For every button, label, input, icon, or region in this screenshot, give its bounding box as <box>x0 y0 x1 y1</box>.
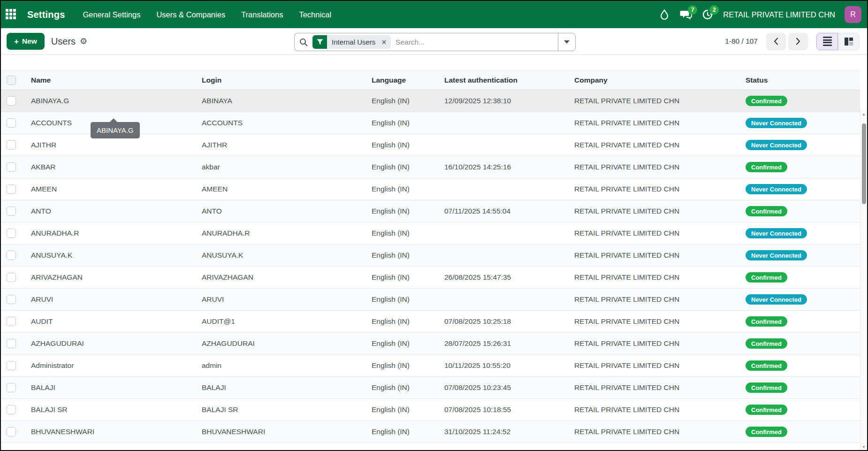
cell-company[interactable]: RETAIL PRIVATE LIMITED CHN <box>574 251 746 260</box>
table-row[interactable]: AZHAGUDURAI AZHAGUDURAI English (IN) 28/… <box>1 333 860 355</box>
cell-latest-authentication[interactable]: 12/09/2025 12:38:10 <box>444 97 574 105</box>
droplet-icon[interactable] <box>658 8 670 21</box>
cell-login[interactable]: AUDIT@1 <box>202 317 372 326</box>
menu-users-companies[interactable]: Users & Companies <box>156 10 225 19</box>
cell-latest-authentication[interactable]: 16/10/2025 14:25:16 <box>444 163 574 171</box>
row-checkbox[interactable] <box>7 317 16 326</box>
pager-previous-button[interactable] <box>766 33 786 50</box>
cell-language[interactable]: English (IN) <box>372 295 444 304</box>
cell-language[interactable]: English (IN) <box>372 317 444 326</box>
new-button[interactable]: + New <box>7 33 45 50</box>
cell-login[interactable]: akbar <box>202 163 372 171</box>
cell-company[interactable]: RETAIL PRIVATE LIMITED CHN <box>574 229 746 237</box>
select-all-checkbox[interactable] <box>7 76 16 85</box>
cell-name[interactable]: ANURADHA.R <box>31 229 202 237</box>
cell-language[interactable]: English (IN) <box>372 339 444 348</box>
vertical-scrollbar[interactable]: ▲ ▼ <box>860 109 867 451</box>
cell-language[interactable]: English (IN) <box>372 163 444 171</box>
row-checkbox[interactable] <box>7 251 16 260</box>
cell-company[interactable]: RETAIL PRIVATE LIMITED CHN <box>574 383 746 392</box>
page-title[interactable]: Users <box>51 36 76 47</box>
table-row[interactable]: AUDIT AUDIT@1 English (IN) 07/08/2025 10… <box>1 311 860 333</box>
list-view-button[interactable] <box>816 33 838 50</box>
scroll-down-icon[interactable]: ▼ <box>860 445 867 449</box>
cell-language[interactable]: English (IN) <box>372 361 444 370</box>
search-facet-internal-users[interactable]: Internal Users ✕ <box>312 35 391 49</box>
cell-language[interactable]: English (IN) <box>372 383 444 392</box>
menu-general-settings[interactable]: General Settings <box>83 10 141 19</box>
cell-latest-authentication[interactable]: 10/11/2025 10:55:20 <box>444 361 574 370</box>
cell-login[interactable]: ACCOUNTS <box>202 119 372 127</box>
cell-name[interactable]: AZHAGUDURAI <box>31 339 202 348</box>
cell-login[interactable]: AJITHR <box>202 141 372 149</box>
apps-menu-icon[interactable] <box>6 9 17 20</box>
table-row[interactable]: AKBAR akbar English (IN) 16/10/2025 14:2… <box>1 156 860 178</box>
table-row[interactable]: BALAJI SR BALAJI SR English (IN) 07/08/2… <box>1 399 860 421</box>
table-row[interactable]: BHUVANESHWARI BHUVANESHWARI English (IN)… <box>1 421 860 443</box>
cell-company[interactable]: RETAIL PRIVATE LIMITED CHN <box>574 428 746 436</box>
cell-name[interactable]: AUDIT <box>31 317 202 326</box>
cell-language[interactable]: English (IN) <box>372 428 444 436</box>
scrollbar-thumb[interactable] <box>862 123 866 204</box>
user-avatar[interactable]: R <box>845 6 861 23</box>
table-row[interactable]: ARIVAZHAGAN ARIVAZHAGAN English (IN) 26/… <box>1 267 860 289</box>
cell-language[interactable]: English (IN) <box>372 229 444 237</box>
cell-language[interactable]: English (IN) <box>372 207 444 215</box>
cell-language[interactable]: English (IN) <box>372 141 444 149</box>
cell-login[interactable]: ANURADHA.R <box>202 229 372 237</box>
row-checkbox[interactable] <box>7 162 16 172</box>
cell-login[interactable]: BALAJI SR <box>202 405 372 414</box>
activities-icon[interactable]: 2 <box>701 8 714 21</box>
cell-login[interactable]: admin <box>202 361 372 370</box>
messages-icon[interactable]: 7 <box>680 8 692 21</box>
cell-login[interactable]: ABINAYA <box>202 97 372 105</box>
row-checkbox[interactable] <box>7 184 16 194</box>
row-checkbox[interactable] <box>7 295 16 304</box>
cell-company[interactable]: RETAIL PRIVATE LIMITED CHN <box>574 185 746 193</box>
cell-language[interactable]: English (IN) <box>372 97 444 105</box>
row-checkbox[interactable] <box>7 339 16 348</box>
cell-language[interactable]: English (IN) <box>372 251 444 260</box>
cell-name[interactable]: ARUVI <box>31 295 202 304</box>
cell-latest-authentication[interactable]: 26/08/2025 15:47:35 <box>444 273 574 282</box>
cell-name[interactable]: AJITHR <box>31 141 202 149</box>
cell-latest-authentication[interactable]: 28/07/2025 15:26:31 <box>444 339 574 348</box>
menu-technical[interactable]: Technical <box>299 10 331 19</box>
pager-next-button[interactable] <box>788 33 808 50</box>
cell-latest-authentication[interactable]: 07/11/2025 14:55:04 <box>444 207 574 215</box>
cell-latest-authentication[interactable]: 31/10/2025 11:24:52 <box>444 428 574 436</box>
gear-icon[interactable]: ⚙ <box>80 37 87 46</box>
cell-company[interactable]: RETAIL PRIVATE LIMITED CHN <box>574 163 746 171</box>
row-checkbox[interactable] <box>7 96 16 106</box>
kanban-view-button[interactable] <box>838 33 860 50</box>
search-input[interactable] <box>396 38 553 46</box>
cell-company[interactable]: RETAIL PRIVATE LIMITED CHN <box>574 97 746 105</box>
cell-company[interactable]: RETAIL PRIVATE LIMITED CHN <box>574 273 746 282</box>
cell-language[interactable]: English (IN) <box>372 185 444 193</box>
cell-company[interactable]: RETAIL PRIVATE LIMITED CHN <box>574 317 746 326</box>
cell-name[interactable]: AKBAR <box>31 163 202 171</box>
cell-login[interactable]: BALAJI <box>202 383 372 392</box>
menu-translations[interactable]: Translations <box>241 10 283 19</box>
cell-name[interactable]: ABINAYA.G <box>31 97 202 105</box>
cell-login[interactable]: AMEEN <box>202 185 372 193</box>
cell-login[interactable]: BHUVANESHWARI <box>202 428 372 436</box>
cell-latest-authentication[interactable]: 07/08/2025 10:18:55 <box>444 405 574 414</box>
cell-login[interactable]: ARUVI <box>202 295 372 304</box>
cell-login[interactable]: ANTO <box>202 207 372 215</box>
table-row[interactable]: ANTO ANTO English (IN) 07/11/2025 14:55:… <box>1 200 860 222</box>
cell-company[interactable]: RETAIL PRIVATE LIMITED CHN <box>574 405 746 414</box>
cell-company[interactable]: RETAIL PRIVATE LIMITED CHN <box>574 207 746 215</box>
cell-company[interactable]: RETAIL PRIVATE LIMITED CHN <box>574 361 746 370</box>
row-checkbox[interactable] <box>7 229 16 238</box>
cell-login[interactable]: AZHAGUDURAI <box>202 339 372 348</box>
cell-company[interactable]: RETAIL PRIVATE LIMITED CHN <box>574 295 746 304</box>
cell-company[interactable]: RETAIL PRIVATE LIMITED CHN <box>574 141 746 149</box>
column-header-name[interactable]: Name <box>31 76 202 84</box>
search-options-toggle[interactable] <box>558 33 576 51</box>
column-header-status[interactable]: Status <box>746 76 860 84</box>
row-checkbox[interactable] <box>7 118 16 128</box>
cell-latest-authentication[interactable]: 07/08/2025 10:23:45 <box>444 383 574 392</box>
cell-name[interactable]: Administrator <box>31 361 202 370</box>
column-header-login[interactable]: Login <box>202 76 372 84</box>
